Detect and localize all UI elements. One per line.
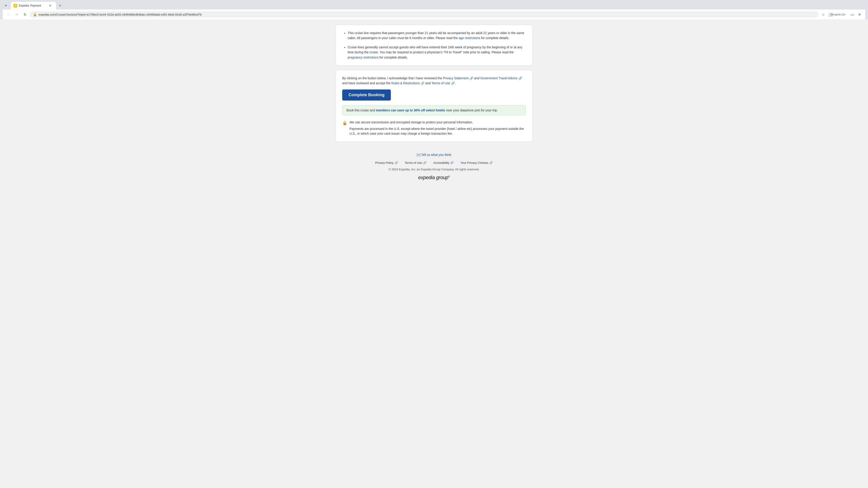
expedia-group-logo: expedia group® [9, 175, 859, 181]
footer-privacy-policy-link[interactable]: Privacy Policy 🔗 [375, 161, 398, 164]
policy-age-post: for complete details. [481, 36, 509, 40]
footer-links: Privacy Policy 🔗 Terms of Use 🔗 Accessib… [9, 161, 859, 164]
lock-icon: 🔒 [33, 13, 37, 16]
close-window-button[interactable]: ✕ [856, 11, 863, 18]
reload-button[interactable]: ↻ [22, 11, 28, 18]
promo-post-text: near your departure port for your trip. [446, 108, 498, 112]
privacy-statement-link[interactable]: Privacy Statement [443, 76, 469, 80]
footer-terms-of-use-link[interactable]: Terms of Use 🔗 [405, 161, 427, 164]
ack-pre: By clicking on the button below, I ackno… [342, 76, 442, 80]
tab-favicon: ✈ [13, 4, 17, 7]
rules-restrictions-link[interactable]: Rules & Restrictions [391, 81, 420, 85]
policy-list: This cruise line requires that passenger… [342, 31, 526, 60]
browser-chrome: ▼ ✈ Expedia: Payment ✕ + ← → ↻ 🔒 expedia… [0, 0, 868, 20]
ack-mid1: and [474, 76, 479, 80]
tab-list-button[interactable]: ▼ [3, 2, 9, 9]
minimize-button[interactable]: – [842, 11, 848, 18]
security-lock-icon: 🔒 [342, 121, 347, 125]
terms-of-use-link[interactable]: Terms of Use [432, 81, 450, 85]
ack-end: . [455, 81, 456, 85]
tab-title: Expedia: Payment [19, 4, 46, 7]
new-tab-button[interactable]: + [57, 2, 63, 9]
address-bar[interactable]: 🔒 expedia.com/CruiseCheckout?tripid=e17f… [30, 11, 818, 18]
active-tab[interactable]: ✈ Expedia: Payment ✕ [11, 2, 56, 9]
policy-card: This cruise line requires that passenger… [336, 25, 532, 66]
browser-toolbar: ← → ↻ 🔒 expedia.com/CruiseCheckout?tripi… [3, 9, 865, 20]
security-section: 🔒 We use secure transmission and encrypt… [342, 120, 526, 136]
ack-mid2: and have reviewed and accept the [342, 81, 391, 85]
promo-bold-text: members can save up to 30% off select ho… [376, 108, 445, 112]
footer-privacy-choices-link[interactable]: Your Privacy Choices 🔗 [460, 161, 493, 164]
policy-item-age: This cruise line requires that passenger… [348, 31, 526, 41]
url-text: expedia.com/CruiseCheckout?tripid=e17f8e… [39, 13, 815, 16]
policy-pregnancy-pre: Cruise lines generally cannot accept gue… [348, 45, 522, 54]
security-text: We use secure transmission and encrypted… [349, 120, 526, 136]
government-travel-advice-link[interactable]: Government Travel Advice [480, 76, 518, 80]
hotel-promo-banner: Book this cruise and members can save up… [342, 105, 526, 116]
security-payment-text: Payments are processed in the U.S. excep… [349, 127, 526, 136]
page-content: This cruise line requires that passenger… [0, 20, 868, 488]
footer-feedback: [+] Tell us what you think [9, 153, 859, 157]
tab-close-button[interactable]: ✕ [48, 4, 53, 8]
complete-booking-button[interactable]: Complete Booking [342, 90, 391, 101]
feedback-link[interactable]: [+] Tell us what you think [417, 153, 452, 157]
acknowledgment-card: By clicking on the button below, I ackno… [336, 70, 532, 142]
page-footer: [+] Tell us what you think Privacy Polic… [4, 146, 864, 187]
incognito-button[interactable]: Incognito (2) [835, 11, 841, 18]
forward-button[interactable]: → [13, 11, 20, 18]
bookmark-button[interactable]: ☆ [820, 11, 827, 18]
acknowledgment-text: By clicking on the button below, I ackno… [342, 76, 526, 86]
main-container: This cruise line requires that passenger… [336, 25, 532, 146]
age-restrictions-link[interactable]: age restrictions [459, 36, 480, 40]
promo-pre-text: Book this cruise and [346, 108, 375, 112]
footer-copyright: © 2024 Expedia, Inc. an Expedia Group Co… [9, 168, 859, 171]
pregnancy-restrictions-link[interactable]: pregnancy restrictions [348, 56, 379, 59]
footer-accessibility-link[interactable]: Accessibility 🔗 [433, 161, 454, 164]
maximize-button[interactable]: ▭ [849, 11, 855, 18]
ack-mid3: and [426, 81, 431, 85]
back-button[interactable]: ← [5, 11, 12, 18]
policy-pregnancy-post: for complete details. [379, 56, 408, 59]
security-main-text: We use secure transmission and encrypted… [349, 120, 526, 125]
policy-item-pregnancy: Cruise lines generally cannot accept gue… [348, 45, 526, 60]
